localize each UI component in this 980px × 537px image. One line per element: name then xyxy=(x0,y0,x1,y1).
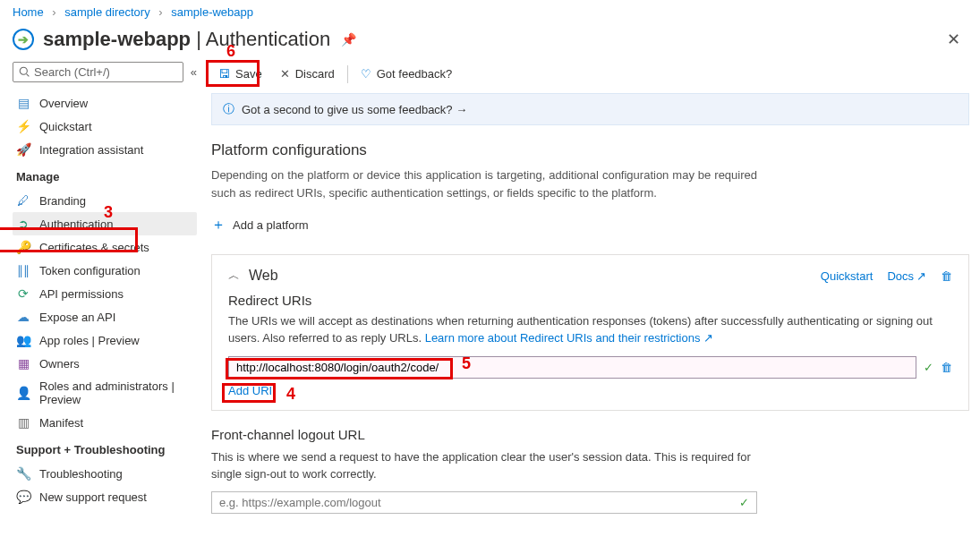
pin-icon[interactable]: 📌 xyxy=(341,32,356,47)
logout-title: Front-channel logout URL xyxy=(211,427,757,442)
nav-label: App roles | Preview xyxy=(39,334,140,347)
nav-label: Expose an API xyxy=(39,311,115,324)
breadcrumb: Home › sample directory › sample-webapp xyxy=(0,0,980,24)
add-platform-button[interactable]: ＋ Add a platform xyxy=(211,210,969,240)
annotation-3: 3 xyxy=(104,203,113,222)
logout-url-input[interactable]: ✓ xyxy=(211,491,757,514)
search-input[interactable]: Search (Ctrl+/) xyxy=(13,62,183,82)
nav-quickstart[interactable]: ⚡Quickstart xyxy=(13,115,197,138)
add-uri-link[interactable]: Add URI xyxy=(228,384,272,397)
save-button[interactable]: 🖫 Save xyxy=(211,64,269,84)
overview-icon: ▤ xyxy=(16,96,30,110)
nav-troubleshoot[interactable]: 🔧Troubleshooting xyxy=(13,462,197,485)
platform-config-title: Platform configurations xyxy=(211,141,757,159)
quickstart-link[interactable]: Quickstart xyxy=(821,269,873,283)
feedback-button[interactable]: ♡ Got feedback? xyxy=(354,64,460,84)
nav-token[interactable]: ∥∥Token configuration xyxy=(13,259,197,282)
toolbar: 🖫 Save ✕ Discard ♡ Got feedback? xyxy=(211,58,969,93)
app-icon: ➔ xyxy=(13,29,34,50)
nav-section-support: Support + Troubleshooting xyxy=(13,434,197,462)
feedback-bar[interactable]: ⓘ Got a second to give us some feedback?… xyxy=(211,93,969,125)
page-title: sample-webapp | Authentication xyxy=(43,28,330,51)
cert-icon: 🔑 xyxy=(16,240,30,254)
api-perm-icon: ⟳ xyxy=(16,286,30,301)
auth-icon: ➲ xyxy=(16,217,30,231)
delete-uri-icon[interactable]: 🗑 xyxy=(941,361,952,374)
nav-label: Troubleshooting xyxy=(39,467,123,481)
nav-label: Overview xyxy=(39,97,88,110)
nav-label: Roles and administrators | Preview xyxy=(39,379,193,406)
nav-rocket[interactable]: 🚀Integration assistant xyxy=(13,138,197,161)
nav-admins[interactable]: 👤Roles and administrators | Preview xyxy=(13,375,197,411)
breadcrumb-app[interactable]: sample-webapp xyxy=(171,5,253,19)
manifest-icon: ▥ xyxy=(16,415,30,430)
nav-label: Certificates & secrets xyxy=(39,241,149,254)
sidebar: Search (Ctrl+/) « ▤Overview⚡Quickstart🚀I… xyxy=(0,58,206,532)
breadcrumb-home[interactable]: Home xyxy=(13,5,44,19)
token-icon: ∥∥ xyxy=(16,263,30,277)
support-icon: 💬 xyxy=(16,490,30,504)
breadcrumb-dir[interactable]: sample directory xyxy=(64,5,149,19)
nav-label: Integration assistant xyxy=(39,143,143,157)
check-icon: ✓ xyxy=(924,361,933,374)
save-icon: 🖫 xyxy=(218,67,230,81)
page-header: ➔ sample-webapp | Authentication 📌 ✕ xyxy=(0,24,980,58)
delete-platform-icon[interactable]: 🗑 xyxy=(941,269,952,283)
nav-label: Token configuration xyxy=(39,264,141,277)
troubleshoot-icon: 🔧 xyxy=(16,466,30,481)
info-icon: ⓘ xyxy=(223,101,234,117)
redirect-uris-desc: The URIs we will accept as destinations … xyxy=(228,313,952,347)
nav-roles[interactable]: 👥App roles | Preview xyxy=(13,328,197,352)
svg-line-1 xyxy=(27,74,30,77)
discard-button[interactable]: ✕ Discard xyxy=(273,64,342,84)
quickstart-icon: ⚡ xyxy=(16,119,30,133)
logout-desc: This is where we send a request to have … xyxy=(211,449,757,483)
rocket-icon: 🚀 xyxy=(16,142,30,157)
main-content: 🖫 Save ✕ Discard ♡ Got feedback? ⓘ Got a… xyxy=(206,58,980,532)
nav-api-perm[interactable]: ⟳API permissions xyxy=(13,282,197,305)
plus-icon: ＋ xyxy=(211,216,226,234)
nav-overview[interactable]: ▤Overview xyxy=(13,91,197,115)
nav-cert[interactable]: 🔑Certificates & secrets xyxy=(13,235,197,259)
roles-icon: 👥 xyxy=(16,333,30,347)
chevron-up-icon[interactable]: ︿ xyxy=(228,268,240,284)
check-icon: ✓ xyxy=(739,496,749,509)
nav-label: Authentication xyxy=(39,217,113,231)
docs-link[interactable]: Docs↗ xyxy=(887,269,926,283)
nav-expose[interactable]: ☁Expose an API xyxy=(13,305,197,328)
search-icon xyxy=(19,66,30,78)
nav-label: Manifest xyxy=(39,416,83,430)
platform-config-desc: Depending on the platform or device this… xyxy=(211,166,757,201)
svg-point-0 xyxy=(20,67,27,74)
nav-support[interactable]: 💬New support request xyxy=(13,485,197,508)
nav-label: New support request xyxy=(39,490,147,504)
nav-owners[interactable]: ▦Owners xyxy=(13,352,197,375)
nav-label: Branding xyxy=(39,194,86,208)
nav-label: Owners xyxy=(39,357,80,371)
annotation-6: 6 xyxy=(226,42,235,61)
nav-label: Quickstart xyxy=(39,120,92,133)
close-icon[interactable]: ✕ xyxy=(947,30,960,49)
external-icon: ↗ xyxy=(916,269,926,283)
nav-section-manage: Manage xyxy=(13,161,197,189)
branding-icon: 🖊 xyxy=(16,193,30,208)
annotation-4: 4 xyxy=(286,385,295,404)
web-platform-card: ︿ Web Quickstart Docs↗ 🗑 Redirect URIs T… xyxy=(211,254,969,411)
heart-icon: ♡ xyxy=(361,67,371,81)
nav-manifest[interactable]: ▥Manifest xyxy=(13,411,197,434)
learn-more-link[interactable]: Learn more about Redirect URIs and their… xyxy=(425,331,713,345)
discard-icon: ✕ xyxy=(280,67,290,81)
redirect-uris-title: Redirect URIs xyxy=(228,293,952,308)
owners-icon: ▦ xyxy=(16,356,30,371)
admins-icon: 👤 xyxy=(16,386,30,400)
expose-icon: ☁ xyxy=(16,310,30,324)
collapse-sidebar-icon[interactable]: « xyxy=(191,65,197,79)
nav-label: API permissions xyxy=(39,287,124,301)
redirect-uri-input[interactable] xyxy=(228,356,916,379)
web-card-title: Web xyxy=(249,268,821,284)
annotation-5: 5 xyxy=(462,354,471,373)
